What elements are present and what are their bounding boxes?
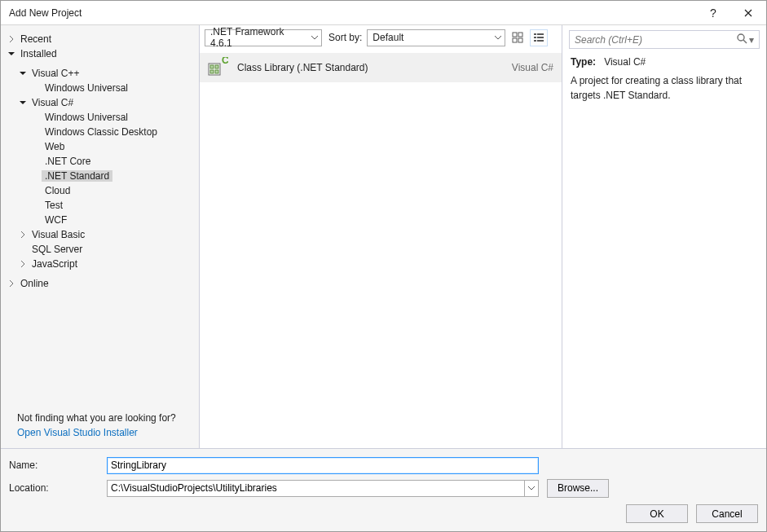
chevron-right-icon [17,261,29,267]
tree-cpp-windows-universal[interactable]: Windows Universal [1,81,199,95]
name-label: Name: [9,459,107,471]
ok-button[interactable]: OK [626,504,688,523]
tree-online[interactable]: Online [1,276,199,291]
bottom-panel: Name: Location: Browse... OK Cancel [1,448,766,531]
tree-installed[interactable]: Installed [1,46,199,61]
svg-rect-5 [537,33,544,35]
browse-button[interactable]: Browse... [547,479,609,498]
tree-label: Visual C# [29,97,77,108]
tree-label: Visual C++ [29,68,82,79]
chevron-down-icon [17,99,29,106]
tree-label: Web [42,141,68,152]
tree-visual-cpp[interactable]: Visual C++ [1,66,199,81]
search-input[interactable] [575,34,736,46]
svg-point-16 [738,34,744,41]
template-row[interactable]: C# Class Library (.NET Standard) Visual … [200,53,562,82]
svg-rect-9 [537,40,544,42]
svg-rect-13 [210,70,214,73]
view-list-button[interactable] [530,29,548,46]
svg-rect-3 [518,38,522,42]
location-dropdown-button[interactable] [524,480,539,497]
chevron-down-icon [490,32,501,43]
chevron-down-icon [17,70,29,77]
template-lang: Visual C# [512,62,553,73]
view-grid-button[interactable] [509,29,527,46]
dialog-window: Add New Project ? Recent Installed [0,0,767,532]
svg-text:C#: C# [222,57,228,66]
location-label: Location: [9,482,107,494]
list-icon [533,32,544,43]
cancel-button[interactable]: Cancel [696,504,758,523]
tree-label: WCF [42,214,70,226]
type-value: Visual C# [604,56,646,68]
template-list: C# Class Library (.NET Standard) Visual … [200,50,562,448]
svg-line-17 [743,40,747,43]
center-panel: .NET Framework 4.6.1 Sort by: Default [200,25,562,448]
tree-label: .NET Standard [42,170,112,182]
tree-visual-basic[interactable]: Visual Basic [1,227,199,242]
open-installer-link[interactable]: Open Visual Studio Installer [17,427,194,438]
sidebar-footer: Not finding what you are looking for? Op… [1,404,199,448]
tree-cs-classic-desktop[interactable]: Windows Classic Desktop [1,125,199,139]
tree-label: Test [42,200,66,211]
close-icon [744,9,752,17]
tree-label: Recent [17,33,55,45]
template-name: Class Library (.NET Standard) [237,62,504,73]
framework-combo[interactable]: .NET Framework 4.6.1 [205,29,322,46]
tree-label: Online [17,278,52,289]
tree-sql-server[interactable]: SQL Server [1,242,199,257]
close-button[interactable] [730,1,766,24]
class-library-icon: C# [206,56,229,79]
chevron-down-icon [6,51,17,57]
tree-cs-test[interactable]: Test [1,198,199,213]
tree-cs-windows-universal[interactable]: Windows Universal [1,110,199,125]
description-panel: Type: Visual C# A project for creating a… [562,55,766,103]
sort-label: Sort by: [328,32,362,43]
window-controls: ? [697,1,766,24]
tree-cs-netcore[interactable]: .NET Core [1,154,199,169]
svg-rect-6 [534,37,536,38]
tree-label: .NET Core [42,156,94,167]
search-box[interactable]: ▾ [569,30,760,49]
svg-rect-8 [534,40,536,42]
chevron-right-icon [17,231,29,238]
svg-rect-12 [215,65,218,68]
location-combo[interactable] [107,480,539,497]
chevron-right-icon [6,36,17,42]
tree-cs-wcf[interactable]: WCF [1,213,199,227]
tree-javascript[interactable]: JavaScript [1,257,199,271]
tree-label: Windows Universal [42,112,131,123]
svg-rect-2 [513,38,517,42]
tree-cs-cloud[interactable]: Cloud [1,183,199,198]
location-input[interactable] [107,480,524,497]
tree-label: Cloud [42,185,73,196]
category-sidebar: Recent Installed Visual C++ Windows Univ… [1,25,200,448]
framework-value: .NET Framework 4.6.1 [210,26,306,49]
svg-rect-1 [518,33,522,37]
chevron-down-icon [528,485,535,491]
tree-visual-csharp[interactable]: Visual C# [1,95,199,110]
tree-label: Windows Classic Desktop [42,126,161,138]
svg-rect-0 [513,33,517,37]
tree-cs-netstandard[interactable]: .NET Standard [1,169,199,183]
sort-value: Default [372,32,403,43]
chevron-down-icon [306,32,318,43]
category-tree: Recent Installed Visual C++ Windows Univ… [1,32,199,404]
svg-rect-11 [210,65,214,68]
search-icon [736,33,747,46]
dropdown-icon: ▾ [749,34,754,46]
name-input[interactable] [107,457,539,474]
tree-label: Visual Basic [29,229,88,240]
tree-cs-web[interactable]: Web [1,139,199,154]
sort-combo[interactable]: Default [367,29,505,46]
svg-rect-7 [537,37,544,38]
grid-icon [512,32,523,43]
svg-rect-4 [534,33,536,35]
main-area: Recent Installed Visual C++ Windows Univ… [1,25,766,448]
type-label: Type: [571,56,596,68]
tree-recent[interactable]: Recent [1,32,199,46]
chevron-right-icon [6,280,17,287]
tree-label: Windows Universal [42,82,131,94]
dialog-title: Add New Project [9,7,82,19]
help-button[interactable]: ? [697,1,730,24]
